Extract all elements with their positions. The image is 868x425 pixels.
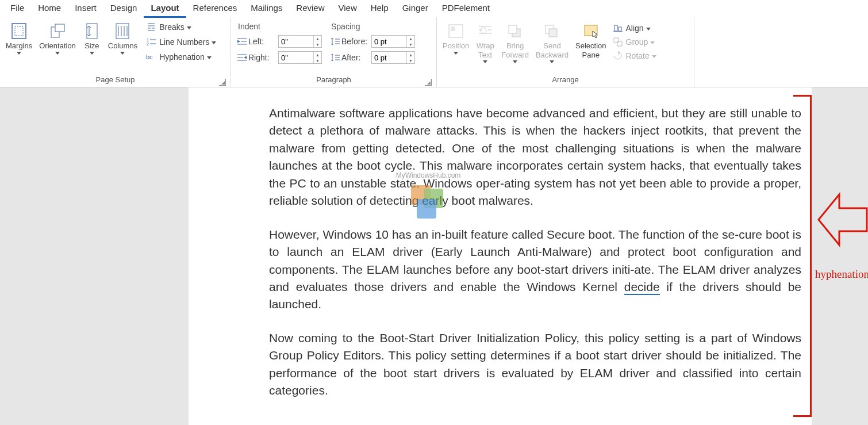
indent-left-input[interactable]: ▲▼ — [278, 35, 322, 48]
group-icon — [612, 37, 624, 47]
wrap-text-button[interactable]: Wrap Text — [473, 20, 498, 66]
document-paragraph: Antimalware software applications have b… — [269, 105, 801, 210]
svg-rect-23 — [619, 27, 621, 31]
document-paragraph: Now coming to the Boot-Start Driver Init… — [269, 330, 801, 400]
spin-up[interactable]: ▲ — [314, 36, 321, 41]
tab-help[interactable]: Help — [364, 1, 395, 18]
spacing-after-input[interactable]: ▲▼ — [371, 51, 415, 64]
document-area: MyWindowsHub.com Antimalware software ap… — [0, 87, 868, 425]
indent-right-icon — [237, 53, 247, 62]
spacing-before-icon — [330, 37, 340, 45]
spin-down[interactable]: ▼ — [407, 58, 414, 63]
tab-references[interactable]: References — [186, 1, 244, 18]
document-paragraph: However, Windows 10 has an in-built feat… — [269, 226, 801, 313]
send-backward-button[interactable]: Send Backward — [532, 20, 572, 66]
svg-rect-20 — [549, 29, 557, 37]
bring-forward-button[interactable]: Bring Forward — [498, 20, 532, 66]
spin-down[interactable]: ▼ — [314, 58, 321, 63]
indent-title: Indent — [237, 21, 322, 33]
chevron-down-icon — [90, 52, 94, 55]
chevron-down-icon — [212, 41, 216, 44]
tab-view[interactable]: View — [332, 1, 364, 18]
breaks-button[interactable]: Breaks — [143, 20, 218, 35]
wrap-text-icon — [476, 22, 494, 40]
svg-rect-3 — [55, 24, 64, 32]
chevron-down-icon — [550, 60, 554, 63]
rotate-button[interactable]: Rotate — [612, 49, 656, 63]
chevron-down-icon — [650, 41, 655, 44]
chevron-down-icon — [513, 60, 517, 63]
svg-text:2: 2 — [147, 42, 149, 46]
line-numbers-icon: 12 — [145, 37, 157, 47]
ribbon: Margins Orientation Size — [0, 17, 868, 87]
bring-forward-icon — [506, 22, 524, 40]
group-objects-button[interactable]: Group — [612, 35, 656, 49]
tab-file[interactable]: File — [3, 1, 31, 18]
paragraph-launcher[interactable] — [425, 79, 432, 86]
spin-up[interactable]: ▲ — [407, 52, 414, 58]
page-setup-launcher[interactable] — [219, 79, 226, 86]
tab-ginger[interactable]: Ginger — [395, 1, 435, 18]
selection-pane-icon — [582, 22, 600, 40]
group-arrange: Position Wrap Text Bring Forward Send Ba… — [437, 17, 694, 87]
columns-icon — [113, 22, 132, 40]
hyphenation-button[interactable]: bc Hyphenation — [143, 49, 218, 64]
chevron-down-icon — [207, 56, 212, 59]
tab-design[interactable]: Design — [103, 1, 144, 18]
spacing-after-icon — [330, 53, 340, 62]
tab-layout[interactable]: Layout — [144, 1, 186, 18]
svg-text:bc: bc — [146, 53, 153, 60]
position-icon — [447, 22, 465, 40]
svg-rect-0 — [12, 24, 26, 39]
spin-up[interactable]: ▲ — [314, 52, 321, 58]
tab-home[interactable]: Home — [31, 1, 68, 18]
columns-button[interactable]: Columns — [105, 20, 141, 57]
ribbon-tabs: File Home Insert Design Layout Reference… — [0, 0, 868, 17]
svg-text:1: 1 — [147, 38, 149, 42]
chevron-down-icon — [55, 52, 60, 55]
spin-up[interactable]: ▲ — [407, 36, 414, 41]
left-gutter — [0, 87, 189, 425]
spacing-before-input[interactable]: ▲▼ — [371, 35, 415, 48]
indent-right-input[interactable]: ▲▼ — [278, 51, 322, 64]
svg-rect-25 — [614, 38, 619, 43]
svg-rect-26 — [617, 41, 622, 46]
chevron-down-icon — [454, 52, 458, 55]
tab-pdfelement[interactable]: PDFelement — [435, 1, 497, 18]
group-label-page-setup: Page Setup — [96, 75, 135, 84]
position-button[interactable]: Position — [439, 20, 473, 57]
svg-rect-22 — [614, 25, 617, 31]
orientation-button[interactable]: Orientation — [36, 20, 79, 57]
spacing-title: Spacing — [330, 21, 415, 33]
send-backward-icon — [543, 22, 561, 40]
orientation-icon — [48, 22, 67, 40]
chevron-down-icon — [646, 28, 651, 30]
breaks-icon — [145, 22, 157, 32]
grammar-underline[interactable]: decide — [624, 280, 660, 295]
spin-down[interactable]: ▼ — [314, 41, 321, 47]
size-button[interactable]: Size — [79, 20, 105, 57]
tab-review[interactable]: Review — [289, 1, 331, 18]
margins-button[interactable]: Margins — [2, 20, 36, 57]
indent-left-icon — [237, 37, 247, 45]
size-icon — [83, 22, 101, 40]
annotation-bracket — [793, 95, 812, 417]
margins-icon — [10, 22, 28, 40]
annotation-label: hyphenation — [815, 268, 868, 281]
tab-insert[interactable]: Insert — [68, 1, 103, 18]
chevron-down-icon — [187, 26, 191, 29]
annotation-arrow-icon — [816, 191, 868, 248]
document-page[interactable]: MyWindowsHub.com Antimalware software ap… — [189, 87, 812, 425]
hyphenation-icon: bc — [145, 52, 157, 62]
chevron-down-icon — [652, 55, 656, 58]
tab-mailings[interactable]: Mailings — [244, 1, 289, 18]
svg-rect-1 — [15, 26, 23, 36]
chevron-down-icon — [17, 52, 21, 55]
line-numbers-button[interactable]: 12 Line Numbers — [143, 35, 218, 49]
spin-down[interactable]: ▼ — [407, 41, 414, 47]
group-label-paragraph: Paragraph — [316, 75, 351, 84]
selection-pane-button[interactable]: Selection Pane — [572, 20, 609, 62]
chevron-down-icon — [483, 60, 487, 63]
group-page-setup: Margins Orientation Size — [0, 17, 231, 87]
align-button[interactable]: Align — [612, 21, 656, 35]
